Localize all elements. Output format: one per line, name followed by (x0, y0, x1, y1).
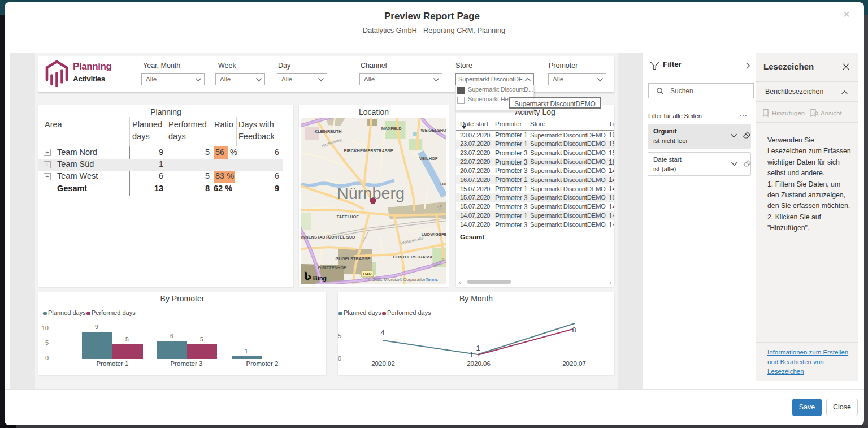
svg-text:GUGELSTRASSE: GUGELSTRASSE (335, 256, 370, 261)
svg-text:WEIGELSHO: WEIGELSHO (420, 128, 446, 133)
svg-text:Bing: Bing (313, 275, 327, 282)
svg-text:© 2021 Microsoft Corporation: © 2021 Microsoft Corporation (368, 277, 427, 282)
svg-text:Terms: Terms (426, 277, 438, 282)
svg-text:LUDWIGSFE: LUDWIGSFE (422, 232, 446, 237)
svg-text:MAXFELD: MAXFELD (381, 126, 402, 131)
svg-text:TUI: TUI (440, 181, 446, 187)
svg-text:PIRCKHEIMERSTRASSE: PIRCKHEIMERSTRASSE (344, 148, 393, 153)
svg-text:GUNTHERSTRASSE: GUNTHERSTRASSE (393, 254, 433, 260)
svg-text:INNENSTADTGÜRTEL SÜD: INNENSTADTGÜRTEL SÜD (301, 235, 355, 240)
svg-text:B4R: B4R (363, 271, 372, 276)
svg-text:KLEINREUTH: KLEINREUTH (315, 129, 342, 134)
svg-text:VEILHOF: VEILHOF (419, 156, 438, 161)
svg-text:TAFELHOF: TAFELHOF (337, 214, 359, 219)
svg-text:GIBITZENHOF: GIBITZENHOF (318, 265, 346, 270)
